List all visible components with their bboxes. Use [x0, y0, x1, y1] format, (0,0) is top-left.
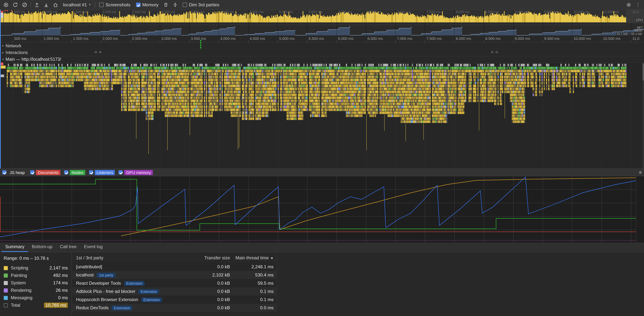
track-network-label: Network — [6, 44, 21, 48]
checkbox-icon — [136, 2, 140, 7]
legend-value: 492 ms — [53, 273, 68, 278]
collect-garbage-button[interactable] — [161, 0, 170, 9]
overview-tick-label: 2,000 ms — [102, 10, 116, 14]
ruler-tick-mark — [454, 40, 455, 42]
panel-focus-edge — [0, 10, 1, 168]
home-icon — [52, 2, 58, 8]
flame-scrollbar[interactable] — [642, 62, 644, 168]
track-main[interactable]: ▾ Main — http://localhost:5173/ — [0, 56, 644, 62]
table-row[interactable]: React Developer ToolsExtension0.0 kB59.5… — [72, 279, 276, 287]
ruler-tick-mark — [513, 40, 514, 42]
overview-tick-label: 4,000 ms — [220, 10, 234, 14]
scrollbar-thumb[interactable] — [642, 63, 644, 80]
overview-tick-label: 4,500 ms — [250, 10, 264, 14]
save-profile-button[interactable] — [42, 0, 51, 9]
overview-tick-label: 8,000 ms — [456, 10, 470, 14]
table-row[interactable]: Adblock Plus - free ad blockerExtension0… — [72, 287, 276, 296]
main-thread-time-value: 0.0 ms — [230, 305, 276, 310]
track-interactions[interactable]: ▸ Interactions HHHH — [0, 49, 644, 56]
capture-settings-button[interactable] — [624, 0, 633, 9]
screenshots-checkbox[interactable]: Screenshots — [99, 2, 130, 7]
legend-swatch — [4, 296, 8, 300]
target-selector-label: localhost #1 — [63, 2, 87, 7]
overview-tick-label: 5,000 ms — [279, 10, 293, 14]
disclosure-triangle-icon: ▾ — [2, 58, 4, 61]
cpu-strip-label: CPU — [636, 18, 643, 22]
ruler-tick-label: 500 ms — [14, 36, 26, 40]
legend-row: Scripting2,147 ms — [4, 264, 68, 272]
dim-3rd-parties-checkbox[interactable]: Dim 3rd parties — [182, 2, 219, 7]
more-vert-icon: ⋮ — [636, 2, 640, 8]
table-row[interactable]: [unattributed]0.0 kB2,248.1 ms — [72, 263, 276, 271]
legend-swatch — [4, 266, 8, 270]
column-header-party[interactable]: 1st / 3rd party — [72, 255, 185, 260]
counters-menu-icon[interactable]: ≡ — [639, 170, 642, 175]
legend-swatch — [4, 288, 8, 292]
counter-toggle-documents[interactable]: Documents — [30, 170, 60, 175]
counters-canvas[interactable] — [0, 176, 644, 242]
track-main-label: Main — http://localhost:5173/ — [6, 57, 61, 62]
collapse-sections-button[interactable] — [171, 0, 180, 9]
party-name: localhost — [76, 272, 94, 278]
legend-value: 174 ms — [53, 280, 68, 286]
memory-counters-toolbar: JS heapDocumentsNodesListenersGPU memory… — [0, 168, 644, 176]
column-header-main-thread-time[interactable]: Main thread time▼ — [230, 255, 276, 260]
checkbox-icon — [119, 170, 123, 174]
ruler-tick-mark — [278, 40, 278, 42]
ruler-tick-label: 9,000 ms — [515, 36, 530, 40]
tab-event-log[interactable]: Event log — [80, 242, 106, 252]
live-metrics-button[interactable] — [51, 0, 60, 9]
ruler-tick-label: 6,000 ms — [338, 36, 353, 40]
ruler-tick-label: 8,500 ms — [485, 36, 500, 40]
record-button[interactable] — [2, 0, 10, 9]
legend-label: Painting — [11, 273, 50, 278]
target-selector[interactable]: localhost #1 ▾ — [60, 1, 93, 8]
memory-counters-graph[interactable] — [0, 176, 644, 242]
gear-icon — [626, 2, 632, 8]
column-header-transfer-size[interactable]: Transfer size — [185, 255, 230, 260]
memory-checkbox[interactable]: Memory — [136, 2, 158, 7]
heap-strip-label: HEAP — [635, 29, 643, 32]
ruler-tick-label: 10,000 ms — [574, 36, 591, 40]
interaction-marker[interactable]: H — [99, 51, 101, 54]
checkbox-icon — [89, 170, 93, 174]
disclosure-triangle-icon: ▸ — [2, 44, 4, 47]
ruler-tick-mark — [631, 40, 631, 42]
ruler-tick-mark — [219, 40, 219, 42]
reload-and-record-button[interactable] — [11, 0, 20, 9]
table-row[interactable]: Hoppscotch Browser ExtensionExtension0.0… — [72, 296, 276, 304]
tab-call-tree[interactable]: Call tree — [56, 242, 80, 252]
tab-bottom-up[interactable]: Bottom-up — [28, 242, 56, 252]
tab-summary[interactable]: Summary — [2, 242, 28, 252]
ruler-tick-label: 7,500 ms — [426, 36, 442, 40]
legend-value: 26 ms — [56, 288, 68, 293]
timeline-overview[interactable]: 500 ms1,000 ms1,500 ms2,000 ms2,500 ms3,… — [0, 10, 644, 36]
overview-tick-label: 1,500 ms — [73, 10, 87, 14]
main-thread-flame-chart[interactable] — [0, 62, 644, 168]
screenshots-label: Screenshots — [106, 2, 130, 7]
more-options-button[interactable]: ⋮ — [634, 0, 642, 9]
counter-toggle-listeners[interactable]: Listeners — [89, 170, 115, 175]
interaction-marker[interactable]: H — [95, 51, 97, 54]
table-row[interactable]: Redux DevToolsExtension0.0 kB0.0 ms — [72, 304, 276, 312]
ruler-tick-mark — [602, 40, 602, 42]
category-legend: Scripting2,147 msPainting492 msSystem174… — [4, 264, 68, 309]
track-network[interactable]: ▸ Network — [0, 42, 644, 49]
legend-row: Messaging0 ms — [4, 294, 68, 302]
table-row[interactable]: localhost1st party2,102 kB530.4 ms — [72, 271, 276, 279]
party-badge: Extension — [124, 281, 145, 286]
interaction-marker[interactable]: H — [496, 51, 498, 54]
overview-tick-label: 1,000 ms — [44, 10, 58, 14]
counter-toggle-nodes[interactable]: Nodes — [64, 170, 85, 175]
track-interactions-label: Interactions — [6, 50, 28, 55]
load-profile-button[interactable] — [32, 0, 41, 9]
download-icon — [43, 2, 49, 8]
legend-label: Rendering — [11, 288, 53, 293]
counter-toggle-js-heap[interactable]: JS heap — [2, 170, 27, 175]
ruler-tick-label: 4,500 ms — [250, 36, 265, 40]
ruler-tick-mark — [543, 40, 543, 42]
clear-recording-button[interactable] — [20, 0, 29, 9]
flame-chart-canvas[interactable] — [0, 62, 644, 168]
interaction-marker[interactable]: H — [491, 51, 494, 54]
counter-toggle-gpu-memory[interactable]: GPU memory — [119, 170, 153, 175]
